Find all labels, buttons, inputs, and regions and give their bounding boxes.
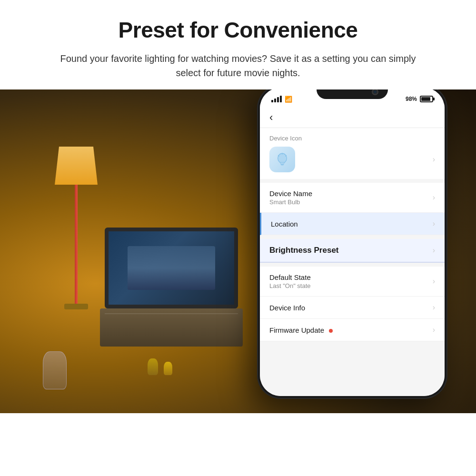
icon-row: › [269, 147, 435, 172]
bulb-icon-wrapper[interactable] [269, 147, 295, 172]
firmware-update-chevron: › [433, 326, 435, 334]
device-name-title: Device Name [269, 189, 312, 198]
decanter [43, 351, 67, 389]
device-icon-label: Device Icon [269, 135, 435, 142]
bar-1 [271, 100, 273, 102]
battery-fill [421, 97, 430, 101]
phone-frame: 📶 98% ‹ [257, 89, 447, 399]
firmware-update-title: Firmware Update [269, 326, 333, 334]
tv-unit [95, 228, 248, 347]
device-name-chevron: › [433, 193, 435, 202]
bar-4 [280, 96, 282, 102]
default-state-chevron: › [433, 277, 435, 286]
tv-frame [105, 228, 238, 308]
decor-items [148, 358, 172, 375]
battery-percent: 98% [406, 96, 417, 102]
setting-row-left: Device Name Smart Bulb [269, 189, 312, 206]
main-title: Preset for Convenience [29, 17, 447, 43]
lamp-pole [75, 185, 78, 304]
lamp-base [64, 304, 88, 309]
settings-list: Device Icon [260, 128, 445, 341]
subtitle: Found your favorite lighting for watchin… [48, 51, 428, 80]
device-info-chevron: › [433, 303, 435, 312]
setting-row-location[interactable]: Location › [260, 213, 445, 235]
phone-notch [317, 89, 388, 99]
bulb-svg [274, 151, 290, 168]
vase-1 [148, 358, 158, 375]
settings-group-2: Brightness Preset › [260, 239, 445, 263]
default-state-title: Default State [269, 273, 311, 281]
tv-screen [109, 231, 234, 305]
phone-wrapper: 📶 98% ‹ [257, 89, 462, 413]
setting-row-device-name[interactable]: Device Name Smart Bulb › [260, 183, 445, 213]
device-icon-chevron: › [433, 155, 435, 164]
settings-group-3: Default State Last "On" state › Device I… [260, 267, 445, 341]
tv-people [128, 246, 216, 290]
battery-icon [420, 96, 433, 102]
setting-row-left: Default State Last "On" state [269, 273, 311, 289]
device-info-title: Device Info [269, 304, 305, 312]
wifi-icon: 📶 [285, 96, 292, 103]
brightness-preset-chevron: › [433, 246, 435, 255]
setting-row-left: Device Info [269, 304, 305, 312]
lamp-shade [55, 147, 98, 185]
setting-row-left: Firmware Update [269, 326, 333, 334]
setting-row-default-state[interactable]: Default State Last "On" state › [260, 267, 445, 297]
firmware-dot [329, 329, 333, 333]
setting-row-firmware-update[interactable]: Firmware Update › [260, 319, 445, 341]
floor-lamp [55, 147, 98, 309]
vase-2 [164, 362, 172, 375]
phone-camera [372, 89, 378, 95]
back-button[interactable]: ‹ [269, 111, 273, 124]
signal-bars [271, 96, 282, 102]
tv-cabinet [100, 308, 243, 347]
device-name-subtitle: Smart Bulb [269, 198, 312, 206]
default-state-subtitle: Last "On" state [269, 282, 311, 289]
status-right: 98% [406, 96, 433, 102]
setting-row-left: Location [271, 220, 298, 228]
phone-screen: 📶 98% ‹ [260, 89, 445, 396]
setting-row-brightness-preset[interactable]: Brightness Preset › [260, 239, 445, 263]
bar-3 [277, 97, 279, 102]
app-content: ‹ Device Icon [260, 107, 445, 396]
status-left: 📶 [271, 96, 292, 103]
brightness-preset-title: Brightness Preset [269, 246, 339, 255]
bar-2 [274, 99, 276, 102]
setting-row-left: Brightness Preset [269, 246, 339, 255]
device-icon-section: Device Icon [260, 128, 445, 179]
svg-point-0 [278, 153, 287, 163]
bottom-section: 📶 98% ‹ [0, 89, 476, 413]
settings-group-1: Device Name Smart Bulb › Location › [260, 183, 445, 235]
setting-row-device-info[interactable]: Device Info › [260, 297, 445, 319]
top-section: Preset for Convenience Found your favori… [0, 0, 476, 89]
location-title: Location [271, 220, 298, 228]
location-chevron: › [433, 219, 435, 228]
nav-bar: ‹ [260, 107, 445, 128]
